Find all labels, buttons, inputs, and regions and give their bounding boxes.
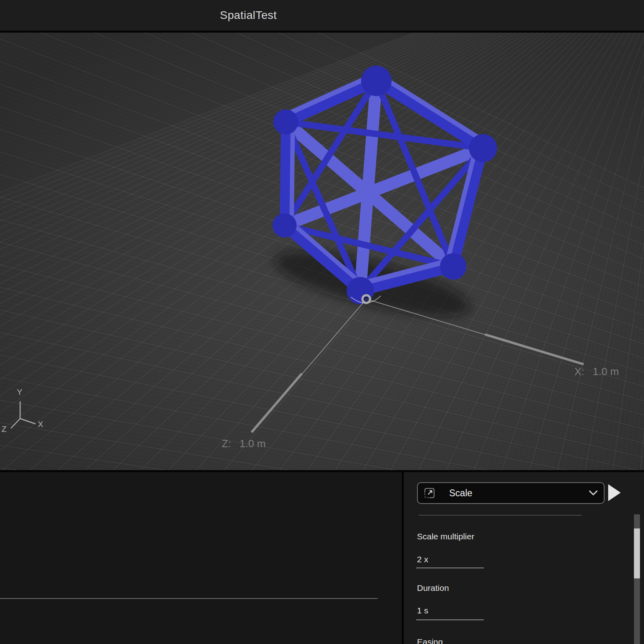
z-axis-label: Z: 1.0 m (222, 438, 266, 450)
section-divider (419, 515, 582, 516)
scale-multiplier-underline (416, 568, 484, 568)
scene-canvas[interactable] (0, 33, 644, 470)
timeline-panel[interactable] (0, 472, 402, 644)
x-axis-label: X: 1.0 m (574, 365, 619, 378)
inspector-panel: Scale Scale multiplier 2 x Duration 1 s … (404, 472, 644, 644)
play-button[interactable] (607, 483, 621, 502)
x-axis-name: X: (574, 365, 584, 378)
scale-multiplier-input[interactable]: 2 x (417, 555, 428, 564)
gizmo-x-label: X (38, 420, 43, 429)
z-axis-name: Z: (222, 438, 231, 450)
scale-icon (423, 487, 436, 499)
scale-multiplier-label: Scale multiplier (417, 532, 474, 541)
timeline-rule (0, 598, 378, 599)
duration-input[interactable]: 1 s (417, 606, 428, 615)
duration-underline (416, 619, 484, 620)
viewport-3d[interactable]: X: 1.0 m Z: 1.0 m Y X Z (0, 33, 644, 470)
gizmo-z-label: Z (2, 425, 6, 434)
title-bar: SpatialTest (0, 0, 644, 31)
origin-ring-icon[interactable] (363, 295, 370, 303)
duration-label: Duration (417, 583, 449, 593)
gizmo-y-label: Y (17, 388, 22, 397)
z-axis-value: 1.0 m (239, 438, 266, 450)
play-icon (607, 483, 621, 502)
behavior-type-selected: Scale (449, 488, 473, 499)
app-window: SpatialTest (0, 0, 644, 644)
inspector-scrollbar-track[interactable] (634, 514, 640, 644)
inspector-scrollbar-thumb[interactable] (634, 528, 640, 578)
behavior-type-dropdown[interactable]: Scale (417, 482, 605, 504)
chevron-down-icon (588, 490, 598, 496)
easing-label: Easing (417, 637, 443, 644)
window-title: SpatialTest (220, 9, 277, 22)
x-axis-value: 1.0 m (593, 365, 619, 378)
